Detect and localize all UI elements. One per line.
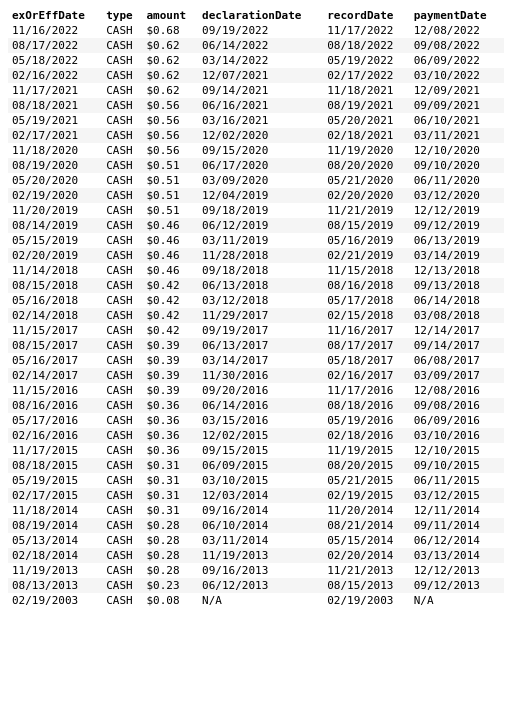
cell-declarationdate: 09/18/2019 bbox=[198, 203, 323, 218]
cell-amount: $0.62 bbox=[142, 53, 198, 68]
cell-type: CASH bbox=[102, 428, 142, 443]
cell-paymentdate: 03/12/2020 bbox=[410, 188, 504, 203]
cell-amount: $0.39 bbox=[142, 338, 198, 353]
cell-amount: $0.28 bbox=[142, 518, 198, 533]
cell-paymentdate: 09/10/2015 bbox=[410, 458, 504, 473]
cell-type: CASH bbox=[102, 68, 142, 83]
cell-declarationdate: 11/19/2013 bbox=[198, 548, 323, 563]
cell-paymentdate: 03/14/2019 bbox=[410, 248, 504, 263]
cell-exoreffdate: 11/15/2017 bbox=[8, 323, 102, 338]
cell-exoreffdate: 08/15/2017 bbox=[8, 338, 102, 353]
cell-amount: $0.62 bbox=[142, 68, 198, 83]
cell-exoreffdate: 11/16/2022 bbox=[8, 23, 102, 38]
cell-type: CASH bbox=[102, 218, 142, 233]
table-row: 11/14/2018CASH$0.4609/18/201811/15/20181… bbox=[8, 263, 504, 278]
cell-recorddate: 05/15/2014 bbox=[323, 533, 410, 548]
cell-exoreffdate: 11/18/2020 bbox=[8, 143, 102, 158]
cell-recorddate: 08/17/2017 bbox=[323, 338, 410, 353]
cell-declarationdate: 12/03/2014 bbox=[198, 488, 323, 503]
cell-recorddate: 11/15/2018 bbox=[323, 263, 410, 278]
table-row: 11/19/2013CASH$0.2809/16/201311/21/20131… bbox=[8, 563, 504, 578]
cell-amount: $0.46 bbox=[142, 233, 198, 248]
cell-paymentdate: 09/12/2019 bbox=[410, 218, 504, 233]
cell-paymentdate: 06/11/2015 bbox=[410, 473, 504, 488]
cell-recorddate: 02/19/2003 bbox=[323, 593, 410, 608]
column-header-declarationdate: declarationDate bbox=[198, 8, 323, 23]
cell-paymentdate: 09/11/2014 bbox=[410, 518, 504, 533]
cell-declarationdate: 03/11/2014 bbox=[198, 533, 323, 548]
cell-paymentdate: 09/13/2018 bbox=[410, 278, 504, 293]
cell-type: CASH bbox=[102, 98, 142, 113]
cell-declarationdate: 03/11/2019 bbox=[198, 233, 323, 248]
table-row: 02/17/2021CASH$0.5612/02/202002/18/20210… bbox=[8, 128, 504, 143]
cell-paymentdate: 03/12/2015 bbox=[410, 488, 504, 503]
cell-recorddate: 05/17/2018 bbox=[323, 293, 410, 308]
cell-recorddate: 02/18/2016 bbox=[323, 428, 410, 443]
cell-type: CASH bbox=[102, 548, 142, 563]
cell-exoreffdate: 11/20/2019 bbox=[8, 203, 102, 218]
cell-recorddate: 02/20/2020 bbox=[323, 188, 410, 203]
cell-amount: $0.31 bbox=[142, 488, 198, 503]
cell-exoreffdate: 05/16/2017 bbox=[8, 353, 102, 368]
cell-recorddate: 11/17/2016 bbox=[323, 383, 410, 398]
cell-paymentdate: 12/12/2013 bbox=[410, 563, 504, 578]
cell-amount: $0.46 bbox=[142, 263, 198, 278]
cell-recorddate: 05/20/2021 bbox=[323, 113, 410, 128]
table-row: 02/17/2015CASH$0.3112/03/201402/19/20150… bbox=[8, 488, 504, 503]
cell-declarationdate: 06/12/2013 bbox=[198, 578, 323, 593]
cell-exoreffdate: 05/15/2019 bbox=[8, 233, 102, 248]
cell-recorddate: 08/18/2022 bbox=[323, 38, 410, 53]
cell-declarationdate: 06/13/2017 bbox=[198, 338, 323, 353]
table-row: 02/19/2003CASH$0.08N/A02/19/2003N/A bbox=[8, 593, 504, 608]
table-row: 08/18/2021CASH$0.5606/16/202108/19/20210… bbox=[8, 98, 504, 113]
cell-amount: $0.36 bbox=[142, 443, 198, 458]
cell-paymentdate: 12/13/2018 bbox=[410, 263, 504, 278]
cell-recorddate: 02/21/2019 bbox=[323, 248, 410, 263]
cell-declarationdate: 03/09/2020 bbox=[198, 173, 323, 188]
cell-recorddate: 02/18/2021 bbox=[323, 128, 410, 143]
cell-exoreffdate: 05/13/2014 bbox=[8, 533, 102, 548]
cell-declarationdate: 12/02/2015 bbox=[198, 428, 323, 443]
table-row: 02/14/2018CASH$0.4211/29/201702/15/20180… bbox=[8, 308, 504, 323]
cell-type: CASH bbox=[102, 593, 142, 608]
cell-amount: $0.28 bbox=[142, 563, 198, 578]
table-row: 11/20/2019CASH$0.5109/18/201911/21/20191… bbox=[8, 203, 504, 218]
cell-declarationdate: 09/15/2015 bbox=[198, 443, 323, 458]
cell-recorddate: 11/20/2014 bbox=[323, 503, 410, 518]
cell-type: CASH bbox=[102, 458, 142, 473]
cell-amount: $0.39 bbox=[142, 353, 198, 368]
cell-type: CASH bbox=[102, 263, 142, 278]
cell-paymentdate: 06/09/2016 bbox=[410, 413, 504, 428]
cell-type: CASH bbox=[102, 488, 142, 503]
cell-declarationdate: 06/12/2019 bbox=[198, 218, 323, 233]
cell-exoreffdate: 02/19/2020 bbox=[8, 188, 102, 203]
cell-exoreffdate: 08/14/2019 bbox=[8, 218, 102, 233]
table-row: 08/17/2022CASH$0.6206/14/202208/18/20220… bbox=[8, 38, 504, 53]
table-row: 11/18/2014CASH$0.3109/16/201411/20/20141… bbox=[8, 503, 504, 518]
cell-paymentdate: 06/13/2019 bbox=[410, 233, 504, 248]
cell-recorddate: 05/21/2015 bbox=[323, 473, 410, 488]
cell-declarationdate: 09/19/2022 bbox=[198, 23, 323, 38]
cell-type: CASH bbox=[102, 353, 142, 368]
cell-type: CASH bbox=[102, 23, 142, 38]
cell-amount: $0.51 bbox=[142, 188, 198, 203]
cell-recorddate: 08/16/2018 bbox=[323, 278, 410, 293]
cell-paymentdate: 09/10/2020 bbox=[410, 158, 504, 173]
cell-exoreffdate: 08/13/2013 bbox=[8, 578, 102, 593]
cell-recorddate: 05/21/2020 bbox=[323, 173, 410, 188]
cell-amount: $0.36 bbox=[142, 413, 198, 428]
cell-type: CASH bbox=[102, 308, 142, 323]
cell-declarationdate: 09/16/2014 bbox=[198, 503, 323, 518]
cell-declarationdate: 09/18/2018 bbox=[198, 263, 323, 278]
cell-exoreffdate: 11/15/2016 bbox=[8, 383, 102, 398]
cell-type: CASH bbox=[102, 443, 142, 458]
cell-exoreffdate: 02/16/2016 bbox=[8, 428, 102, 443]
cell-exoreffdate: 08/18/2015 bbox=[8, 458, 102, 473]
cell-paymentdate: 03/10/2016 bbox=[410, 428, 504, 443]
cell-declarationdate: 12/02/2020 bbox=[198, 128, 323, 143]
cell-paymentdate: 09/14/2017 bbox=[410, 338, 504, 353]
table-row: 08/13/2013CASH$0.2306/12/201308/15/20130… bbox=[8, 578, 504, 593]
table-row: 08/16/2016CASH$0.3606/14/201608/18/20160… bbox=[8, 398, 504, 413]
cell-exoreffdate: 11/18/2014 bbox=[8, 503, 102, 518]
cell-type: CASH bbox=[102, 173, 142, 188]
